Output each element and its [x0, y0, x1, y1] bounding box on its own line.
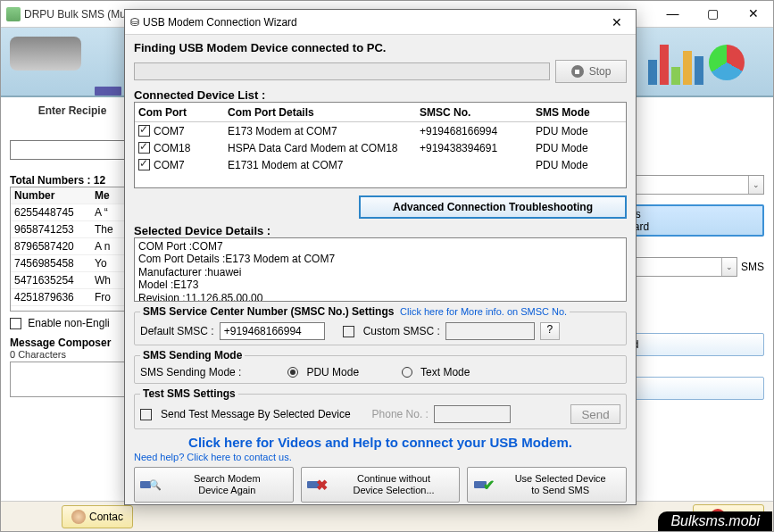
recipient-label: Enter Recipie — [10, 104, 135, 117]
char-count: 0 Characters — [10, 349, 135, 360]
continue-without-device-button[interactable]: ✖ Continue without Device Selection... — [301, 467, 461, 503]
custom-smsc-label: Custom SMSC : — [363, 325, 440, 337]
device-row[interactable]: COM7E173 Modem at COM7+919468166994PDU M… — [135, 122, 626, 139]
modal-title: USB Modem Connection Wizard — [143, 16, 603, 29]
smsc-help-button[interactable]: ? — [540, 322, 560, 340]
need-help-link[interactable]: Need help? Click here to contact us. — [134, 452, 627, 462]
use-selected-device-button[interactable]: ✔ Use Selected Device to Send SMS — [467, 467, 627, 503]
progress-bar — [134, 62, 550, 80]
total-numbers-label: Total Numbers : 12 — [10, 174, 135, 187]
col-number: Number — [11, 189, 91, 202]
table-row[interactable]: 4251879636Fro — [11, 289, 134, 306]
modal-icon: ⛁ — [130, 16, 139, 29]
device-checkbox[interactable] — [138, 142, 150, 154]
maximize-button[interactable]: ▢ — [693, 1, 733, 26]
close-button[interactable]: ✕ — [733, 1, 773, 26]
device-table: Com Port Com Port Details SMSC No. SMS M… — [134, 102, 627, 188]
pdu-mode-label: PDU Mode — [306, 366, 359, 378]
pdu-mode-radio[interactable] — [287, 367, 298, 378]
window-controls: — ▢ ✕ — [653, 1, 773, 26]
col-com-details: Com Port Details — [224, 106, 416, 119]
sms-label: SMS — [741, 261, 764, 273]
default-smsc-input[interactable] — [220, 322, 325, 340]
stop-icon — [571, 65, 584, 78]
stop-button[interactable]: Stop — [555, 60, 627, 83]
device-row[interactable]: COM18HSPA Data Card Modem at COM18+91943… — [135, 139, 626, 156]
watermark: Bulksms.mobi — [658, 511, 772, 531]
table-row[interactable]: 5471635254Wh — [11, 272, 134, 289]
banner-chart-graphic — [648, 37, 764, 88]
text-mode-radio[interactable] — [402, 367, 412, 378]
selected-details-box[interactable]: COM Port :COM7Com Port Details :E173 Mod… — [134, 237, 627, 302]
custom-smsc-checkbox[interactable] — [343, 326, 354, 337]
banner-hub-graphic — [10, 37, 117, 88]
chevron-down-icon: ⌄ — [748, 176, 763, 194]
col-com-port: Com Port — [135, 106, 224, 119]
contact-button[interactable]: Contac — [62, 505, 133, 528]
custom-smsc-input — [445, 322, 535, 340]
chevron-down-icon: ⌄ — [721, 258, 737, 276]
col-smsc: SMSC No. — [416, 106, 532, 119]
composer-title: Message Composer — [10, 337, 135, 349]
table-row[interactable]: 7456985458Yo — [11, 255, 134, 272]
usb-search-icon: 🔍 — [140, 474, 162, 495]
table-row[interactable]: 8796587420A n — [11, 238, 134, 255]
text-mode-label: Text Mode — [420, 366, 470, 378]
selected-details-label: Selected Device Details : — [134, 224, 627, 237]
advanced-troubleshooting-button[interactable]: Advanced Connection Troubleshooting — [359, 195, 627, 219]
person-icon — [71, 510, 86, 524]
videos-help-link[interactable]: Click here for Videos and Help to connec… — [134, 435, 627, 450]
minimize-button[interactable]: — — [653, 1, 693, 26]
smsc-info-link[interactable]: Click here for More info. on SMSC No. — [400, 306, 567, 317]
device-checkbox[interactable] — [138, 159, 150, 170]
usb-modem-wizard-dialog: ⛁ USB Modem Connection Wizard ✕ Finding … — [124, 9, 637, 505]
test-sms-fieldset: Test SMS Settings Send Test Message By S… — [134, 387, 627, 429]
send-test-label: Send Test Message By Selected Device — [161, 408, 351, 420]
col-sms-mode: SMS Mode — [532, 106, 612, 119]
sending-mode-label: SMS Sending Mode : — [140, 366, 241, 378]
send-test-button[interactable]: Send — [570, 404, 620, 424]
enable-non-english-checkbox[interactable] — [10, 318, 21, 329]
device-row[interactable]: COM7E1731 Modem at COM7PDU Mode — [135, 156, 626, 173]
smsc-settings-fieldset: SMS Service Center Number (SMSC No.) Set… — [134, 305, 627, 345]
search-modem-again-button[interactable]: 🔍 Search Modem Device Again — [134, 467, 294, 503]
send-test-checkbox[interactable] — [140, 409, 152, 420]
message-textarea[interactable] — [10, 362, 135, 397]
usb-cancel-icon: ✖ — [307, 474, 329, 495]
phone-no-input — [434, 405, 511, 423]
left-panel: Enter Recipie Total Numbers : 12 Number … — [10, 101, 135, 495]
device-checkbox[interactable] — [138, 125, 150, 137]
recipient-input[interactable] — [10, 140, 135, 160]
phone-no-label: Phone No. : — [372, 408, 429, 420]
connected-list-label: Connected Device List : — [134, 88, 627, 102]
modal-close-button[interactable]: ✕ — [603, 15, 630, 29]
numbers-table: Number Me 6255448745A “9658741253The8796… — [10, 187, 135, 312]
enable-non-english-label: Enable non-Engli — [28, 317, 109, 329]
default-smsc-label: Default SMSC : — [140, 325, 214, 337]
app-icon — [6, 7, 21, 21]
table-row[interactable]: 9658741253The — [11, 221, 134, 238]
sending-mode-fieldset: SMS Sending Mode SMS Sending Mode : PDU … — [134, 349, 627, 384]
modal-actions: 🔍 Search Modem Device Again ✖ Continue w… — [134, 467, 627, 503]
finding-label: Finding USB Modem Device connected to PC… — [134, 41, 627, 54]
modal-titlebar: ⛁ USB Modem Connection Wizard ✕ — [125, 10, 636, 35]
modal-body: Finding USB Modem Device connected to PC… — [125, 35, 636, 509]
table-row[interactable]: 6255448745A “ — [11, 204, 134, 221]
usb-check-icon: ✔ — [473, 474, 495, 495]
